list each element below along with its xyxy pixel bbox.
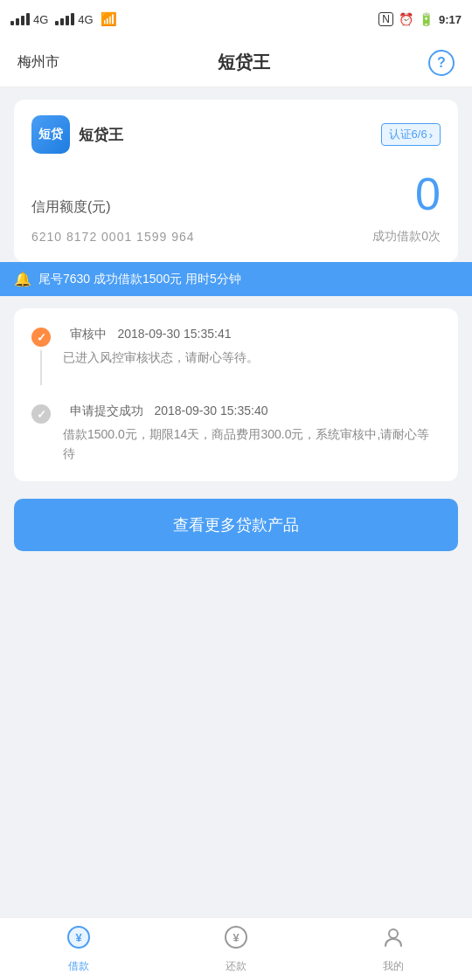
repay-icon: ¥ — [224, 925, 248, 956]
brand-name: 短贷王 — [79, 125, 123, 145]
status-label-reviewing: 审核中 — [70, 327, 107, 341]
time-label-reviewing: 2018-09-30 15:35:41 — [117, 327, 231, 341]
more-products-button[interactable]: 查看更多贷款产品 — [14, 499, 458, 551]
cert-badge[interactable]: 认证6/6 › — [381, 123, 441, 146]
notice-bar: 🔔 尾号7630 成功借款1500元 用时5分钟 — [0, 262, 472, 296]
credit-section: 信用额度(元) 0 — [31, 171, 441, 217]
card-header: 短贷 短贷王 认证6/6 › — [31, 115, 441, 154]
main-content: 短贷 短贷王 认证6/6 › 信用额度(元) 0 6210 8172 0001 … — [0, 87, 472, 481]
dot-inactive: ✓ — [31, 404, 51, 424]
app-header: 梅州市 短贷王 ? — [0, 38, 472, 87]
signal-icon — [10, 13, 30, 25]
status-bar: 4G 4G 📶 N ⏰ 🔋 9:17 — [0, 0, 472, 38]
dot-col-submitted: ✓ — [31, 403, 51, 464]
status-left: 4G 4G 📶 — [10, 11, 117, 27]
alarm-icon: ⏰ — [399, 12, 413, 26]
help-button[interactable]: ? — [428, 50, 455, 76]
time-display: 9:17 — [439, 13, 462, 26]
svg-point-4 — [389, 929, 398, 938]
mine-label: 我的 — [383, 959, 404, 974]
battery-icon: 🔋 — [419, 12, 434, 26]
check-icon: ✓ — [37, 331, 46, 344]
city-label: 梅州市 — [17, 53, 59, 72]
timeline-title-submitted: 申请提交成功 2018-09-30 15:35:40 — [63, 403, 441, 419]
svg-text:¥: ¥ — [75, 931, 82, 944]
speaker-icon: 🔔 — [14, 271, 31, 287]
svg-text:¥: ¥ — [233, 931, 239, 944]
status-right: N ⏰ 🔋 9:17 — [378, 12, 462, 26]
timeline-item-submitted: ✓ 申请提交成功 2018-09-30 15:35:40 借款1500.0元，期… — [31, 403, 441, 464]
network-type-2: 4G — [78, 13, 93, 26]
timeline-desc-reviewing: 已进入风控审核状态，请耐心等待。 — [63, 348, 441, 367]
nav-item-repay[interactable]: ¥ 还款 — [157, 925, 315, 974]
empty-space — [0, 569, 472, 813]
borrow-label: 借款 — [68, 959, 89, 974]
nav-item-mine[interactable]: 我的 — [315, 925, 472, 974]
credit-amount: 0 — [415, 171, 441, 217]
wifi-icon: 📶 — [101, 11, 117, 27]
mine-icon — [381, 925, 406, 956]
brand-icon: 短贷 — [31, 115, 70, 154]
status-label-submitted: 申请提交成功 — [70, 404, 143, 418]
brand-info: 短贷 短贷王 — [31, 115, 123, 154]
borrow-icon: ¥ — [66, 925, 91, 956]
dot-col-reviewing: ✓ — [31, 326, 51, 385]
timeline-content-submitted: 申请提交成功 2018-09-30 15:35:40 借款1500.0元，期限1… — [63, 403, 441, 464]
timeline-content-reviewing: 审核中 2018-09-30 15:35:41 已进入风控审核状态，请耐心等待。 — [63, 326, 441, 385]
credit-card: 短贷 短贷王 认证6/6 › 信用额度(元) 0 6210 8172 0001 … — [14, 100, 458, 262]
timeline-section: ✓ 审核中 2018-09-30 15:35:41 已进入风控审核状态，请耐心等… — [14, 308, 458, 481]
card-number: 6210 8172 0001 1599 964 — [31, 230, 195, 244]
credit-label: 信用额度(元) — [31, 198, 111, 217]
card-footer: 6210 8172 0001 1599 964 成功借款0次 — [31, 229, 441, 245]
notice-text: 尾号7630 成功借款1500元 用时5分钟 — [38, 272, 241, 287]
big-btn-wrap: 查看更多贷款产品 — [0, 481, 472, 569]
time-label-submitted: 2018-09-30 15:35:40 — [154, 404, 267, 418]
timeline-item-reviewing: ✓ 审核中 2018-09-30 15:35:41 已进入风控审核状态，请耐心等… — [31, 326, 441, 385]
bottom-nav: ¥ 借款 ¥ 还款 我的 — [0, 917, 472, 980]
borrow-count: 成功借款0次 — [372, 229, 441, 245]
signal-icon-2 — [55, 13, 74, 25]
cert-arrow-icon: › — [429, 128, 433, 141]
nav-item-borrow[interactable]: ¥ 借款 — [0, 925, 157, 974]
network-type: 4G — [33, 13, 48, 26]
timeline-title-reviewing: 审核中 2018-09-30 15:35:41 — [63, 326, 441, 342]
check-icon-2: ✓ — [37, 408, 46, 421]
dot-active: ✓ — [31, 328, 51, 347]
cert-text: 认证6/6 — [389, 127, 427, 142]
page-title: 短贷王 — [218, 51, 270, 74]
timeline-desc-submitted: 借款1500.0元，期限14天，商品费用300.0元，系统审核中,请耐心等待 — [63, 424, 441, 464]
nfc-icon: N — [378, 12, 393, 26]
timeline-line — [40, 350, 42, 385]
repay-label: 还款 — [226, 959, 246, 974]
